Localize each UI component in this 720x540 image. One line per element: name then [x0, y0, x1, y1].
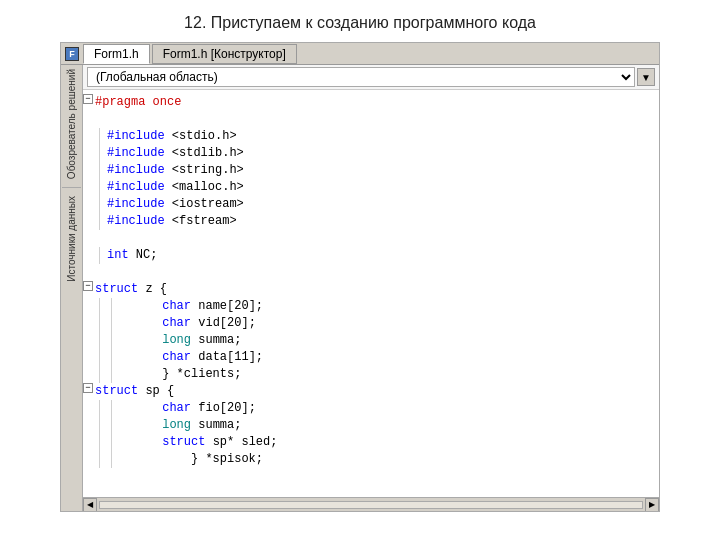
- code-line-blank3: [83, 264, 655, 281]
- dropdown-bar: (Глобальная область) ▼: [83, 65, 659, 90]
- indent-bar-z4: [99, 349, 107, 366]
- indent-bar-sp4b: [111, 451, 119, 468]
- indent-bar-2: [99, 145, 107, 162]
- code-line-int-nc: int NC;: [83, 247, 655, 264]
- code-line-sz-name: char name[20];: [83, 298, 655, 315]
- main-editor-area: (Глобальная область) ▼ − #pragma once: [83, 65, 659, 511]
- code-line-sp-sled: struct sp* sled;: [83, 434, 655, 451]
- title-bar: F Form1.h Form1.h [Конструктор]: [61, 43, 659, 65]
- horizontal-scrollbar[interactable]: ◀ ▶: [83, 497, 659, 511]
- code-line-sp-summa: long summa;: [83, 417, 655, 434]
- indent-bar-1: [99, 128, 107, 145]
- code-line-sz-summa: long summa;: [83, 332, 655, 349]
- code-line-struct-sp: − struct sp {: [83, 383, 655, 400]
- code-line-include3: #include <string.h>: [83, 162, 655, 179]
- sidebar-label-datasources: Источники данных: [66, 192, 77, 286]
- indent-bar-6: [99, 213, 107, 230]
- tab-constructor[interactable]: Form1.h [Конструктор]: [152, 44, 297, 64]
- code-line-include2: #include <stdlib.h>: [83, 145, 655, 162]
- code-line-sz-vid: char vid[20];: [83, 315, 655, 332]
- code-line-struct-z: − struct z {: [83, 281, 655, 298]
- tab-form1h[interactable]: Form1.h: [83, 44, 150, 64]
- indent-bar-sp4: [99, 451, 107, 468]
- code-line-include1: #include <stdio.h>: [83, 128, 655, 145]
- indent-bar-z5b: [111, 366, 119, 383]
- indent-bar-z3: [99, 332, 107, 349]
- page-title: 12. Приступаем к созданию программного к…: [0, 0, 720, 42]
- indent-bar-sp2b: [111, 417, 119, 434]
- scope-dropdown[interactable]: (Глобальная область): [87, 67, 635, 87]
- indent-bar-sp1b: [111, 400, 119, 417]
- indent-bar-z3b: [111, 332, 119, 349]
- indent-bar-sp3b: [111, 434, 119, 451]
- dropdown-arrow-btn[interactable]: ▼: [637, 68, 655, 86]
- window-icon: F: [65, 47, 79, 61]
- toolbar-area: Обозреватель решений Источники данных (Г…: [61, 65, 659, 511]
- code-line-sz-close: } *clients;: [83, 366, 655, 383]
- indent-bar-sp1: [99, 400, 107, 417]
- indent-bar-5: [99, 196, 107, 213]
- hscroll-track[interactable]: [99, 501, 643, 509]
- indent-bar-z1: [99, 298, 107, 315]
- indent-bar-z1b: [111, 298, 119, 315]
- ide-window: F Form1.h Form1.h [Конструктор] Обозрева…: [60, 42, 660, 512]
- sidebar-divider-1: [62, 187, 81, 188]
- indent-bar-z2: [99, 315, 107, 332]
- indent-bar-z4b: [111, 349, 119, 366]
- collapse-struct-sp[interactable]: −: [83, 383, 93, 393]
- code-line-include4: #include <malloc.h>: [83, 179, 655, 196]
- code-line-blank1: [83, 111, 655, 128]
- code-editor[interactable]: − #pragma once #include <stdio.h>: [83, 90, 659, 497]
- indent-bar-z2b: [111, 315, 119, 332]
- code-line-sp-close: } *spisok;: [83, 451, 655, 468]
- code-line-include5: #include <iostream>: [83, 196, 655, 213]
- hscroll-left-btn[interactable]: ◀: [83, 498, 97, 512]
- sidebar-label-solutions: Обозреватель решений: [66, 65, 77, 183]
- indent-bar-7: [99, 247, 107, 264]
- indent-bar-sp3: [99, 434, 107, 451]
- code-line-sp-fio: char fio[20];: [83, 400, 655, 417]
- code-line-pragma: − #pragma once: [83, 94, 655, 111]
- code-line-include6: #include <fstream>: [83, 213, 655, 230]
- collapse-struct-z[interactable]: −: [83, 281, 93, 291]
- hscroll-right-btn[interactable]: ▶: [645, 498, 659, 512]
- indent-bar-z5: [99, 366, 107, 383]
- indent-bar-3: [99, 162, 107, 179]
- left-sidebar: Обозреватель решений Источники данных: [61, 65, 83, 511]
- collapse-pragma[interactable]: −: [83, 94, 93, 104]
- code-line-blank2: [83, 230, 655, 247]
- code-line-sz-data: char data[11];: [83, 349, 655, 366]
- indent-bar-4: [99, 179, 107, 196]
- indent-bar-sp2: [99, 417, 107, 434]
